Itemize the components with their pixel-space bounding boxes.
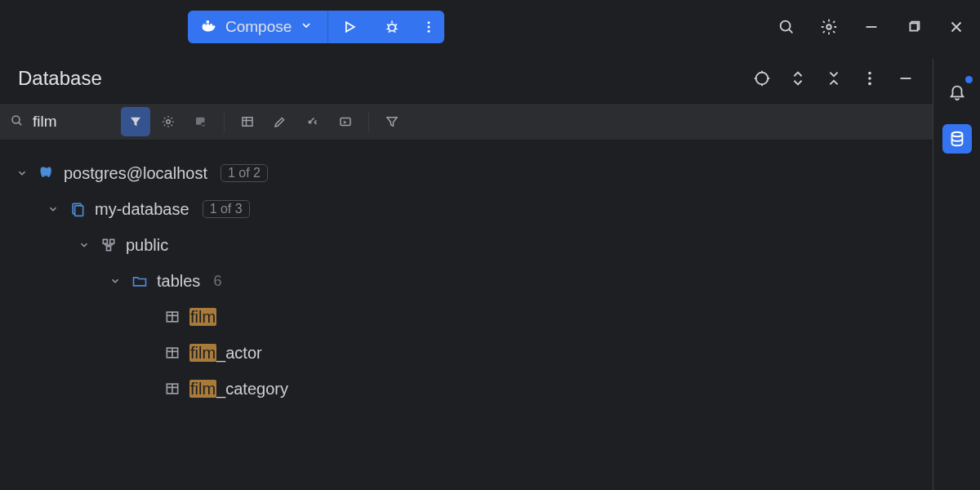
filter-button[interactable]	[377, 107, 407, 136]
filter-toggle-button[interactable]	[121, 107, 150, 136]
run-config-group: Compose	[188, 11, 444, 43]
compose-run-config-button[interactable]: Compose	[188, 11, 328, 43]
datasource-properties-button[interactable]	[154, 107, 183, 136]
schema-icon	[100, 237, 118, 253]
svg-point-12	[868, 72, 871, 75]
database-badge: 1 of 3	[203, 200, 250, 218]
connection-label: postgres@localhost	[64, 164, 207, 183]
svg-rect-22	[75, 206, 83, 216]
edit-button[interactable]	[265, 107, 295, 136]
titlebar-right-controls	[777, 18, 965, 36]
svg-point-9	[826, 24, 831, 29]
svg-point-7	[428, 30, 430, 33]
table-icon	[163, 309, 181, 325]
tree-node-schema[interactable]: public	[0, 227, 933, 263]
expand-collapse-icon[interactable]	[789, 69, 807, 87]
svg-rect-24	[110, 239, 114, 243]
svg-rect-25	[107, 247, 111, 251]
right-tool-strip	[933, 59, 980, 490]
database-tool-strip-button[interactable]	[942, 124, 972, 154]
tree-node-tables-folder[interactable]: tables 6	[0, 263, 933, 299]
database-search-input[interactable]	[33, 113, 96, 131]
database-icon	[69, 201, 87, 217]
compose-label: Compose	[225, 18, 292, 36]
run-more-button[interactable]	[413, 11, 444, 43]
svg-point-11	[756, 73, 768, 85]
search-everywhere-button[interactable]	[777, 18, 795, 36]
jump-to-source-button[interactable]	[298, 107, 327, 136]
database-panel-title: Database	[18, 67, 753, 90]
connection-badge: 1 of 2	[220, 164, 268, 182]
window-restore-button[interactable]	[905, 18, 923, 36]
tables-count: 6	[213, 273, 221, 290]
svg-rect-10	[910, 23, 917, 30]
table-label: film_category	[189, 380, 288, 399]
table-label: film	[189, 308, 216, 327]
svg-rect-23	[103, 239, 107, 243]
database-panel-header: Database	[0, 54, 933, 103]
database-tree: postgres@localhost 1 of 2 my-database 1 …	[0, 140, 933, 407]
refresh-button[interactable]	[186, 107, 216, 136]
target-icon[interactable]	[753, 69, 771, 87]
svg-point-8	[781, 21, 791, 31]
hide-panel-icon[interactable]	[897, 69, 915, 87]
svg-point-4	[389, 24, 395, 31]
svg-point-5	[428, 21, 430, 24]
database-search-box[interactable]	[0, 106, 121, 137]
window-close-button[interactable]	[947, 18, 965, 36]
tree-node-table[interactable]: film_category	[0, 371, 933, 407]
open-console-button[interactable]	[331, 107, 360, 136]
run-button[interactable]	[328, 11, 371, 43]
svg-point-16	[167, 120, 171, 124]
database-toolbar	[0, 103, 933, 140]
svg-point-18	[201, 122, 206, 127]
postgres-icon	[38, 165, 56, 181]
collapse-all-icon[interactable]	[825, 69, 843, 87]
svg-point-29	[951, 132, 962, 137]
database-tool-window: Database	[0, 54, 933, 407]
tree-node-table[interactable]: film	[0, 299, 933, 335]
chevron-down-icon	[109, 272, 122, 291]
chevron-down-icon	[16, 164, 29, 183]
svg-rect-3	[207, 20, 209, 23]
tables-folder-label: tables	[157, 272, 200, 291]
table-icon	[163, 345, 181, 361]
chevron-down-icon	[47, 200, 60, 219]
table-view-button[interactable]	[233, 107, 262, 136]
settings-button[interactable]	[820, 18, 838, 36]
database-label: my-database	[95, 200, 189, 219]
svg-point-13	[868, 77, 871, 80]
app-titlebar: Compose	[0, 0, 980, 54]
chevron-down-icon	[78, 236, 91, 255]
schema-label: public	[126, 236, 168, 255]
table-label: film_actor	[189, 344, 262, 363]
chevron-down-icon	[300, 18, 313, 36]
debug-button[interactable]	[371, 11, 413, 43]
tree-node-table[interactable]: film_actor	[0, 335, 933, 371]
docker-icon	[201, 17, 217, 38]
tree-node-connection[interactable]: postgres@localhost 1 of 2	[0, 155, 933, 191]
folder-icon	[131, 273, 149, 289]
table-icon	[163, 381, 181, 397]
panel-options-icon[interactable]	[861, 69, 879, 87]
window-minimize-button[interactable]	[862, 18, 880, 36]
svg-point-6	[428, 26, 430, 29]
svg-point-15	[12, 116, 20, 123]
notifications-button[interactable]	[942, 77, 972, 106]
tree-node-database[interactable]: my-database 1 of 3	[0, 191, 933, 227]
svg-rect-19	[243, 118, 252, 127]
search-icon	[10, 114, 24, 131]
svg-point-14	[868, 82, 871, 86]
